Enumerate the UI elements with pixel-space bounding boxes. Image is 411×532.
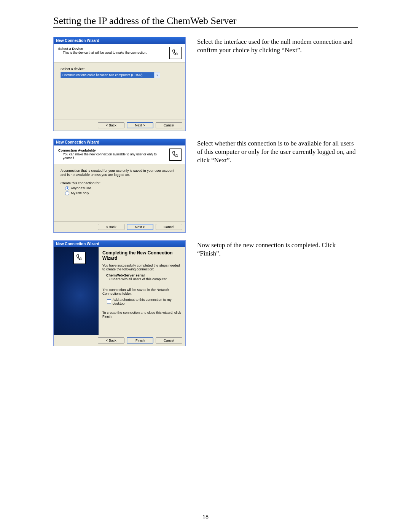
connection-icon — [169, 47, 182, 59]
wizard-header-sub: This is the device that will be used to … — [58, 51, 147, 54]
wizard-header-sub: You can make the new connection availabl… — [58, 152, 169, 160]
wizard-titlebar: New Connection Wizard — [54, 241, 185, 247]
wizard-header-bold: Connection Availability — [58, 149, 169, 152]
completing-title: Completing the New Connection Wizard — [102, 250, 182, 261]
connection-icon — [169, 149, 182, 161]
wizard-select-device: New Connection Wizard Select a Device Th… — [53, 37, 186, 131]
cancel-button[interactable]: Cancel — [156, 337, 182, 343]
wizard-connection-availability: New Connection Wizard Connection Availab… — [53, 139, 186, 233]
cancel-button[interactable]: Cancel — [156, 122, 182, 128]
connection-name: ChemWeb-Server serial — [106, 273, 182, 277]
back-button[interactable]: < Back — [98, 122, 124, 128]
wizard-header: Select a Device This is the device that … — [54, 44, 185, 62]
section-select-device: New Connection Wizard Select a Device Th… — [53, 37, 358, 131]
page-title: Setting the IP address of the ChemWeb Se… — [53, 15, 358, 28]
checkbox-add-shortcut[interactable]: Add a shortcut to this connection to my … — [107, 298, 182, 305]
section-completing-wizard: New Connection Wizard Completing the New… — [53, 240, 358, 346]
wizard-header-bold: Select a Device — [58, 47, 147, 51]
next-button[interactable]: Next > — [127, 224, 153, 230]
finish-hint: To create the connection and close this … — [102, 311, 182, 318]
device-combobox[interactable]: Communications cable between two compute… — [61, 72, 160, 78]
device-combobox-value: Communications cable between two compute… — [61, 72, 154, 78]
select-device-label: Select a device: — [61, 67, 178, 71]
availability-explain: A connection that is created for your us… — [61, 169, 178, 177]
checkbox-label: Add a shortcut to this connection to my … — [113, 298, 182, 305]
completing-sub: You have successfully completed the step… — [102, 264, 182, 271]
create-connection-label: Create this connection for: — [61, 181, 178, 185]
page-number: 18 — [0, 514, 411, 521]
desc-select-device: Select the interface used for the null m… — [197, 37, 358, 54]
radio-icon — [65, 186, 69, 190]
wizard-titlebar: New Connection Wizard — [54, 37, 185, 44]
chevron-down-icon[interactable]: ▾ — [154, 72, 160, 78]
radio-label: Anyone's use — [71, 186, 91, 190]
checkbox-icon — [107, 299, 111, 304]
desc-completing: Now setup of the new connection is compl… — [197, 240, 358, 258]
radio-icon — [65, 191, 69, 195]
finish-button[interactable]: Finish — [127, 337, 153, 343]
radio-label: My use only — [71, 191, 89, 195]
wizard-side-graphic — [54, 247, 99, 335]
connection-icon — [73, 252, 86, 264]
back-button[interactable]: < Back — [98, 337, 124, 343]
wizard-titlebar: New Connection Wizard — [54, 139, 185, 145]
section-connection-availability: New Connection Wizard Connection Availab… — [53, 139, 358, 233]
radio-anyones-use[interactable]: Anyone's use — [65, 186, 178, 190]
connection-bullet: • Share with all users of this computer — [106, 277, 182, 281]
saved-location-text: The connection will be saved in the Netw… — [102, 288, 182, 296]
back-button[interactable]: < Back — [98, 224, 124, 230]
wizard-completing: New Connection Wizard Completing the New… — [53, 240, 186, 346]
radio-my-use-only[interactable]: My use only — [65, 191, 178, 195]
next-button[interactable]: Next > — [127, 122, 153, 128]
cancel-button[interactable]: Cancel — [156, 224, 182, 230]
wizard-header: Connection Availability You can make the… — [54, 145, 185, 164]
desc-connection-availability: Select whether this connection is to be … — [197, 139, 358, 165]
